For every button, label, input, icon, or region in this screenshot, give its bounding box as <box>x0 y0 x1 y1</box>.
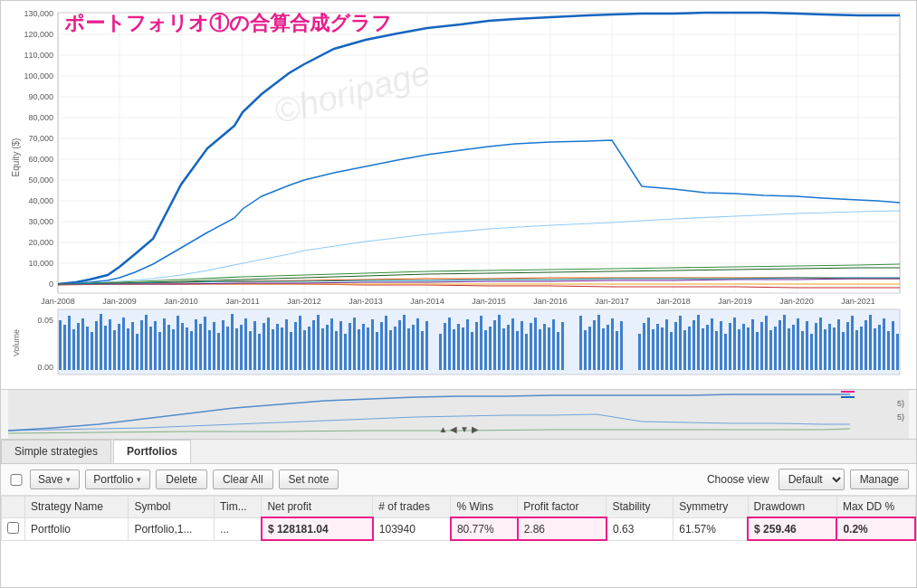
svg-text:Jan-2018: Jan-2018 <box>656 297 691 306</box>
svg-rect-119 <box>326 325 329 370</box>
svg-rect-184 <box>656 324 659 370</box>
tab-simple-strategies[interactable]: Simple strategies <box>1 440 111 463</box>
svg-rect-139 <box>416 318 419 370</box>
col-header-sym[interactable]: Symmetry <box>673 497 748 518</box>
svg-rect-112 <box>294 322 297 370</box>
col-header-netprofit[interactable]: Net profit <box>262 497 373 518</box>
svg-text:90,000: 90,000 <box>28 92 53 101</box>
svg-rect-197 <box>715 331 718 370</box>
svg-rect-177 <box>611 318 614 370</box>
tab-portfolios[interactable]: Portfolios <box>113 440 191 463</box>
svg-rect-151 <box>480 316 482 370</box>
svg-rect-104 <box>258 334 261 370</box>
svg-rect-159 <box>516 331 519 370</box>
svg-rect-106 <box>267 318 270 370</box>
svg-rect-185 <box>661 327 664 370</box>
svg-rect-204 <box>747 327 750 370</box>
svg-rect-164 <box>539 329 541 370</box>
svg-rect-235 <box>887 331 890 370</box>
svg-rect-229 <box>860 327 863 370</box>
svg-text:50,000: 50,000 <box>28 175 53 185</box>
col-header-trades[interactable]: # of trades <box>373 497 451 518</box>
col-header-wins[interactable]: % Wins <box>451 497 518 518</box>
svg-rect-153 <box>489 327 492 370</box>
svg-rect-222 <box>828 324 831 370</box>
data-table: Strategy Name Symbol Tim... Net profit #… <box>1 496 916 541</box>
svg-rect-172 <box>588 327 591 370</box>
svg-rect-216 <box>801 331 804 370</box>
svg-rect-205 <box>751 319 754 370</box>
set-note-button[interactable]: Set note <box>279 469 339 489</box>
row-tim: ... <box>215 517 262 540</box>
toolbar-row: Save ▼ Portfolio ▼ Delete Clear All Set … <box>1 464 916 496</box>
svg-rect-220 <box>819 318 822 370</box>
svg-rect-186 <box>665 319 668 370</box>
svg-text:Equity ($): Equity ($) <box>11 138 21 177</box>
clear-all-button[interactable]: Clear All <box>213 469 273 489</box>
svg-rect-141 <box>425 321 428 370</box>
svg-rect-227 <box>851 316 854 370</box>
col-header-dd[interactable]: Drawdown <box>748 497 836 518</box>
col-header-name[interactable]: Strategy Name <box>25 497 129 518</box>
svg-rect-71 <box>109 319 111 370</box>
svg-rect-148 <box>466 319 469 370</box>
svg-rect-61 <box>63 325 66 370</box>
row-wins: 80.77% <box>451 517 518 540</box>
svg-rect-147 <box>462 327 464 370</box>
svg-rect-207 <box>760 322 763 370</box>
svg-text:0: 0 <box>49 280 53 289</box>
svg-rect-115 <box>308 327 310 370</box>
svg-rect-60 <box>59 320 62 370</box>
svg-text:Jan-2019: Jan-2019 <box>718 297 752 306</box>
svg-rect-203 <box>742 324 745 370</box>
svg-rect-105 <box>263 323 265 370</box>
svg-rect-192 <box>693 320 695 370</box>
svg-rect-160 <box>521 321 523 370</box>
col-header-tim[interactable]: Tim... <box>215 497 262 518</box>
chart-svg: Equity ($) 130,000 120,000 110,000 100,0… <box>8 8 911 384</box>
svg-text:Jan-2010: Jan-2010 <box>164 297 198 306</box>
svg-rect-202 <box>738 329 740 370</box>
portfolio-button[interactable]: Portfolio ▼ <box>85 469 150 489</box>
svg-rect-107 <box>272 329 274 370</box>
svg-rect-130 <box>376 332 378 370</box>
view-select[interactable]: Default <box>778 469 845 490</box>
save-dropdown-arrow: ▼ <box>64 476 72 484</box>
svg-rect-74 <box>122 318 125 370</box>
svg-rect-70 <box>104 326 107 370</box>
manage-button[interactable]: Manage <box>850 469 909 489</box>
delete-button[interactable]: Delete <box>156 469 207 489</box>
select-all-checkbox[interactable] <box>8 474 24 486</box>
col-header-symbol[interactable]: Symbol <box>129 497 215 518</box>
svg-rect-89 <box>190 331 193 370</box>
svg-rect-226 <box>846 322 849 370</box>
svg-rect-59 <box>58 309 900 375</box>
svg-rect-188 <box>674 322 677 370</box>
svg-rect-134 <box>394 327 396 370</box>
col-header-check <box>2 497 25 518</box>
svg-rect-103 <box>253 321 256 370</box>
svg-rect-125 <box>353 318 356 370</box>
svg-rect-236 <box>892 321 894 370</box>
row-checkbox[interactable] <box>7 522 19 534</box>
tabs-row: Simple strategies Portfolios <box>1 440 916 464</box>
svg-rect-108 <box>276 324 279 370</box>
svg-rect-179 <box>620 321 623 370</box>
svg-rect-98 <box>231 314 234 370</box>
svg-text:60,000: 60,000 <box>28 155 53 164</box>
svg-rect-132 <box>385 316 387 370</box>
svg-rect-122 <box>339 321 342 370</box>
col-header-maxdd[interactable]: Max DD % <box>836 497 915 518</box>
svg-rect-223 <box>833 327 836 370</box>
col-header-stab[interactable]: Stability <box>607 497 673 518</box>
svg-text:Jan-2008: Jan-2008 <box>41 297 75 306</box>
svg-rect-85 <box>172 329 175 370</box>
svg-rect-99 <box>235 328 238 370</box>
svg-rect-162 <box>530 323 532 370</box>
svg-rect-62 <box>68 316 71 370</box>
svg-rect-196 <box>711 318 713 370</box>
svg-rect-152 <box>484 330 487 370</box>
col-header-pf[interactable]: Profit factor <box>518 497 607 518</box>
svg-rect-64 <box>77 323 80 370</box>
save-button[interactable]: Save ▼ <box>30 469 80 489</box>
